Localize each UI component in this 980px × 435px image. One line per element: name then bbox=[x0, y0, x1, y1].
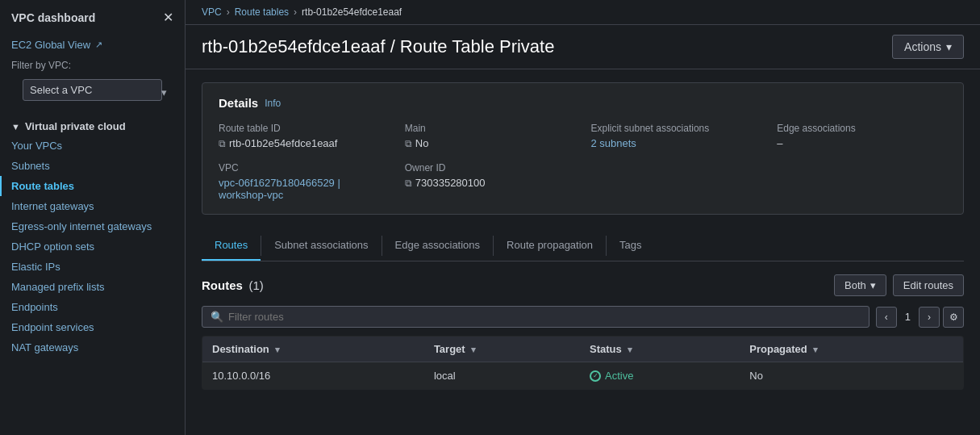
sidebar-section-virtual-private-cloud[interactable]: ▼ Virtual private cloud bbox=[0, 114, 185, 136]
routes-header: Routes (1) Both ▾ Edit routes bbox=[202, 274, 964, 296]
content-area: Details Info Route table ID ⧉ rtb-01b2e5… bbox=[186, 69, 980, 435]
destination-sort-icon[interactable]: ▾ bbox=[275, 345, 280, 354]
detail-route-table-id-value: ⧉ rtb-01b2e54efdce1eaaf bbox=[219, 137, 389, 149]
detail-owner-id-value: ⧉ 730335280100 bbox=[405, 177, 575, 189]
details-info-link[interactable]: Info bbox=[265, 98, 281, 109]
page-number: 1 bbox=[900, 311, 915, 323]
pagination: ‹ 1 › ⚙ bbox=[876, 307, 964, 328]
copy-main-icon[interactable]: ⧉ bbox=[405, 138, 412, 149]
page-header: rtb-01b2e54efdce1eaaf / Route Table Priv… bbox=[186, 25, 980, 69]
breadcrumb-route-tables[interactable]: Route tables bbox=[235, 6, 289, 18]
breadcrumb-sep-2: › bbox=[294, 6, 297, 18]
sidebar-item-route-tables[interactable]: Route tables bbox=[0, 176, 185, 196]
sidebar-item-endpoint-services[interactable]: Endpoint services bbox=[0, 317, 185, 337]
search-icon: 🔍 bbox=[211, 311, 223, 323]
search-input[interactable] bbox=[228, 311, 861, 323]
prev-icon: ‹ bbox=[885, 312, 888, 323]
detail-main: Main ⧉ No bbox=[405, 123, 575, 149]
tab-route-propagation[interactable]: Route propagation bbox=[494, 231, 606, 261]
sidebar-item-nat-gateways[interactable]: NAT gateways bbox=[0, 337, 185, 358]
detail-vpc-value: vpc-06f1627b180466529 | workshop-vpc bbox=[219, 177, 389, 201]
detail-explicit-subnet-label: Explicit subnet associations bbox=[591, 123, 761, 134]
detail-owner-id: Owner ID ⧉ 730335280100 bbox=[405, 162, 575, 201]
details-card: Details Info Route table ID ⧉ rtb-01b2e5… bbox=[202, 82, 964, 215]
col-status: Status ▾ bbox=[580, 337, 740, 362]
routes-title: Routes bbox=[202, 278, 243, 292]
target-sort-icon[interactable]: ▾ bbox=[471, 345, 476, 354]
table-body: 10.10.0.0/16 local Active No bbox=[202, 362, 964, 390]
actions-label: Actions bbox=[904, 40, 941, 53]
actions-button[interactable]: Actions ▾ bbox=[892, 35, 964, 59]
col-propagated: Propagated ▾ bbox=[740, 337, 963, 362]
copy-route-table-id-icon[interactable]: ⧉ bbox=[219, 138, 226, 149]
details-card-header: Details Info bbox=[219, 96, 947, 110]
col-destination: Destination ▾ bbox=[202, 337, 424, 362]
cell-target: local bbox=[424, 362, 580, 390]
detail-route-table-id-label: Route table ID bbox=[219, 123, 389, 134]
detail-vpc-label: VPC bbox=[219, 162, 389, 174]
sidebar-close-button[interactable]: ✕ bbox=[163, 10, 173, 25]
cell-propagated: No bbox=[740, 362, 963, 390]
tabs-bar: Routes Subnet associations Edge associat… bbox=[202, 231, 964, 261]
detail-owner-id-label: Owner ID bbox=[405, 162, 575, 174]
tab-routes[interactable]: Routes bbox=[202, 231, 261, 261]
detail-explicit-subnet-value: 2 subnets bbox=[591, 137, 761, 149]
breadcrumb: VPC › Route tables › rtb-01b2e54efdce1ea… bbox=[186, 0, 980, 25]
search-bar: 🔍 bbox=[202, 306, 869, 328]
sidebar-item-dhcp-option-sets[interactable]: DHCP option sets bbox=[0, 236, 185, 257]
tab-tags[interactable]: Tags bbox=[607, 231, 654, 261]
cell-destination: 10.10.0.0/16 bbox=[202, 362, 424, 390]
routes-section: Routes (1) Both ▾ Edit routes 🔍 bbox=[202, 274, 964, 390]
breadcrumb-current: rtb-01b2e54efdce1eaaf bbox=[302, 6, 402, 18]
breadcrumb-sep-1: › bbox=[227, 6, 230, 18]
sidebar-item-internet-gateways[interactable]: Internet gateways bbox=[0, 196, 185, 216]
sidebar: VPC dashboard ✕ EC2 Global View ↗ Filter… bbox=[0, 0, 186, 435]
sidebar-item-elastic-ips[interactable]: Elastic IPs bbox=[0, 257, 185, 277]
details-grid: Route table ID ⧉ rtb-01b2e54efdce1eaaf M… bbox=[219, 123, 947, 201]
settings-icon: ⚙ bbox=[949, 312, 958, 323]
vpc-filter-select[interactable]: Select a VPC bbox=[23, 79, 162, 101]
search-row: 🔍 ‹ 1 › ⚙ bbox=[202, 306, 964, 328]
sidebar-item-subnets[interactable]: Subnets bbox=[0, 156, 185, 176]
routes-table: Destination ▾ Target ▾ Status ▾ Propag bbox=[202, 336, 964, 390]
sidebar-item-endpoints[interactable]: Endpoints bbox=[0, 297, 185, 317]
sidebar-title: VPC dashboard bbox=[11, 11, 95, 24]
routes-title-group: Routes (1) bbox=[202, 278, 264, 292]
tab-edge-associations[interactable]: Edge associations bbox=[382, 231, 494, 261]
sidebar-item-ec2-global-view[interactable]: EC2 Global View ↗ bbox=[0, 35, 185, 55]
tab-subnet-associations[interactable]: Subnet associations bbox=[261, 231, 381, 261]
sidebar-item-managed-prefix-lists[interactable]: Managed prefix lists bbox=[0, 277, 185, 297]
edit-routes-button[interactable]: Edit routes bbox=[893, 274, 964, 296]
detail-edge-assoc-label: Edge associations bbox=[777, 123, 947, 134]
copy-owner-id-icon[interactable]: ⧉ bbox=[405, 178, 412, 189]
propagated-sort-icon[interactable]: ▾ bbox=[813, 345, 818, 354]
actions-dropdown-icon: ▾ bbox=[946, 40, 952, 53]
page-title: rtb-01b2e54efdce1eaaf / Route Table Priv… bbox=[202, 36, 554, 57]
detail-main-label: Main bbox=[405, 123, 575, 134]
both-button[interactable]: Both ▾ bbox=[834, 274, 886, 296]
cell-status: Active bbox=[580, 362, 740, 390]
table-header: Destination ▾ Target ▾ Status ▾ Propag bbox=[202, 337, 964, 362]
breadcrumb-vpc[interactable]: VPC bbox=[202, 6, 222, 18]
status-sort-icon[interactable]: ▾ bbox=[628, 345, 632, 354]
routes-count: (1) bbox=[248, 278, 263, 292]
vpc-link[interactable]: vpc-06f1627b180466529 | workshop-vpc bbox=[219, 177, 389, 201]
detail-main-value: ⧉ No bbox=[405, 137, 575, 149]
next-page-button[interactable]: › bbox=[919, 307, 940, 328]
select-chevron-icon: ▾ bbox=[161, 86, 167, 98]
routes-actions: Both ▾ Edit routes bbox=[834, 274, 964, 296]
both-dropdown-icon: ▾ bbox=[870, 279, 876, 291]
detail-explicit-subnet: Explicit subnet associations 2 subnets bbox=[591, 123, 761, 149]
external-link-icon: ↗ bbox=[95, 40, 102, 50]
col-target: Target ▾ bbox=[424, 337, 580, 362]
section-arrow-icon: ▼ bbox=[11, 122, 20, 132]
sidebar-item-egress-internet-gateways[interactable]: Egress-only internet gateways bbox=[0, 216, 185, 236]
table-settings-button[interactable]: ⚙ bbox=[943, 307, 964, 328]
sidebar-item-your-vpcs[interactable]: Your VPCs bbox=[0, 136, 185, 156]
sidebar-header: VPC dashboard ✕ bbox=[0, 0, 185, 35]
detail-edge-assoc-value: – bbox=[777, 137, 947, 149]
prev-page-button[interactable]: ‹ bbox=[876, 307, 897, 328]
detail-vpc: VPC vpc-06f1627b180466529 | workshop-vpc bbox=[219, 162, 389, 201]
sidebar-filter-label: Filter by VPC: bbox=[0, 55, 185, 76]
explicit-subnet-link[interactable]: 2 subnets bbox=[591, 137, 636, 149]
